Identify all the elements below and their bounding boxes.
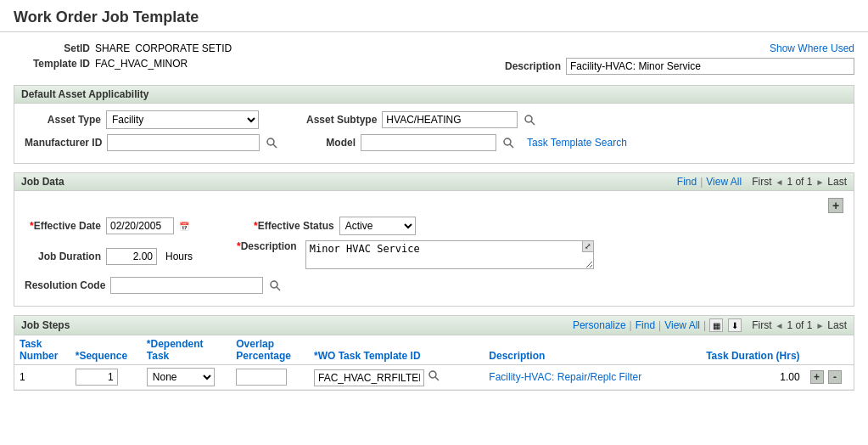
resolution-code-label: Resolution Code	[25, 279, 105, 291]
job-data-view-all-link[interactable]: View All	[706, 176, 742, 188]
steps-next-arrow[interactable]: ►	[815, 321, 824, 330]
svg-point-4	[504, 138, 511, 145]
resolution-code-input[interactable]	[110, 277, 263, 294]
dependent-task-select[interactable]: None Previous	[147, 368, 215, 386]
job-duration-input[interactable]	[106, 248, 157, 265]
default-asset-header: Default Asset Applicability	[14, 86, 854, 104]
job-description-textarea[interactable]: Minor HVAC Service	[305, 240, 594, 269]
content-area: SetID SHARE CORPORATE SETID Template ID …	[0, 32, 868, 406]
page-title: Work Order Job Template	[14, 8, 199, 25]
model-input[interactable]	[361, 134, 496, 151]
dependent-task-cell: None Previous	[142, 365, 231, 390]
col-header-actions	[805, 335, 854, 365]
asset-type-group: Asset Type Facility Equipment Other	[25, 110, 259, 129]
task-number-cell: 1	[14, 365, 70, 390]
meta-left: SetID SHARE CORPORATE SETID Template ID …	[14, 42, 232, 70]
col-header-task-number: TaskNumber	[14, 335, 70, 365]
effective-date-label: Effective Date	[25, 220, 101, 232]
resolution-code-search-icon[interactable]	[268, 279, 282, 292]
description-expand-icon[interactable]: ⤢	[582, 240, 594, 252]
svg-line-1	[531, 121, 535, 125]
job-data-add-button[interactable]: +	[828, 198, 843, 213]
job-steps-title: Job Steps	[21, 319, 70, 331]
row-actions-cell: + -	[805, 365, 854, 390]
job-duration-unit: Hours	[165, 251, 193, 262]
template-id-row: Template ID FAC_HVAC_MINOR	[14, 58, 232, 70]
job-steps-header: Job Steps Personalize | Find | View All …	[14, 316, 854, 335]
effective-status-label: Effective Status	[254, 220, 334, 232]
col-header-wo-task-template: *WO Task Template ID	[309, 335, 484, 365]
overlap-input[interactable]	[236, 369, 287, 386]
asset-subtype-input[interactable]	[382, 111, 518, 128]
svg-point-8	[429, 371, 436, 378]
svg-line-9	[435, 377, 439, 380]
model-search-icon[interactable]	[501, 136, 515, 149]
job-data-next-arrow[interactable]: ►	[815, 177, 824, 187]
job-data-header: Job Data Find | View All First ◄ 1 of 1 …	[14, 173, 854, 191]
row-add-button[interactable]: +	[810, 370, 824, 384]
page-container: Work Order Job Template SetID SHARE CORP…	[0, 0, 868, 445]
manufacturer-row: Manufacturer ID Model	[25, 134, 843, 151]
job-steps-table-container: TaskNumber *Sequence *DependentTask Over…	[14, 335, 854, 390]
job-description-label: Description	[237, 240, 297, 252]
effective-date-input[interactable]	[106, 217, 174, 234]
task-template-search-link[interactable]: Task Template Search	[527, 137, 627, 149]
description-input[interactable]	[566, 58, 854, 75]
page-header: Work Order Job Template	[0, 0, 868, 32]
job-data-title: Job Data	[21, 176, 64, 188]
manufacturer-search-icon[interactable]	[265, 136, 278, 149]
sequence-input[interactable]	[76, 369, 118, 386]
job-data-prev-arrow[interactable]: ◄	[775, 177, 783, 187]
job-data-nav-info: 1 of 1	[787, 176, 812, 188]
wo-task-template-input[interactable]	[314, 369, 424, 386]
wo-task-template-search-icon[interactable]	[427, 369, 440, 382]
job-data-body: + Effective Date 📅 Effective Status Acti…	[14, 191, 854, 306]
effective-status-group: Effective Status Active Inactive	[254, 217, 416, 235]
manufacturer-label: Manufacturer ID	[25, 137, 102, 149]
task-duration-cell: 1.00	[698, 365, 805, 390]
col-header-task-duration: Task Duration (Hrs)	[698, 335, 805, 365]
job-duration-label: Job Duration	[25, 251, 101, 262]
setid-row: SetID SHARE CORPORATE SETID	[14, 42, 232, 54]
svg-line-3	[273, 144, 277, 148]
wo-task-template-cell	[309, 365, 484, 390]
effective-date-group: Effective Date 📅	[25, 217, 189, 234]
resolution-code-group: Resolution Code	[25, 277, 282, 294]
row-remove-button[interactable]: -	[828, 370, 842, 384]
steps-find-link[interactable]: Find	[636, 319, 655, 331]
effective-date-row: Effective Date 📅 Effective Status Active…	[25, 217, 843, 235]
manufacturer-input[interactable]	[107, 134, 260, 151]
template-id-label: Template ID	[14, 58, 90, 70]
description-row: Description	[505, 58, 854, 75]
task-description-link[interactable]: Facility-HVAC: Repair/Replc Filter	[489, 371, 641, 383]
top-meta: SetID SHARE CORPORATE SETID Template ID …	[14, 39, 854, 78]
job-data-find-link[interactable]: Find	[677, 176, 697, 188]
steps-view-all-link[interactable]: View All	[664, 319, 700, 331]
steps-prev-arrow[interactable]: ◄	[775, 321, 783, 330]
show-where-used-link[interactable]: Show Where Used	[770, 42, 854, 54]
effective-status-select[interactable]: Active Inactive	[339, 217, 416, 235]
asset-subtype-group: Asset Subtype	[306, 111, 536, 128]
steps-nav-info: 1 of 1	[787, 319, 812, 331]
job-steps-table: TaskNumber *Sequence *DependentTask Over…	[14, 335, 854, 390]
steps-download-icon[interactable]: ⬇	[728, 318, 742, 332]
job-steps-panel: Job Steps Personalize | Find | View All …	[14, 315, 854, 391]
col-header-dependent-task: *DependentTask	[142, 335, 231, 365]
overlap-cell	[231, 365, 309, 390]
model-group: Model Task Template Search	[326, 134, 627, 151]
default-asset-body: Asset Type Facility Equipment Other Asse…	[14, 104, 854, 163]
job-data-panel: Job Data Find | View All First ◄ 1 of 1 …	[14, 172, 854, 307]
steps-grid-icon[interactable]: ▦	[709, 318, 723, 332]
asset-subtype-search-icon[interactable]	[523, 113, 536, 127]
calendar-icon[interactable]: 📅	[179, 222, 189, 231]
svg-point-6	[271, 281, 277, 288]
model-label: Model	[326, 137, 356, 149]
table-row: 1 None Previous	[14, 365, 854, 390]
col-header-description: Description	[484, 335, 697, 365]
asset-type-label: Asset Type	[25, 114, 101, 126]
job-description-container: ⤢ Minor HVAC Service	[305, 240, 594, 272]
asset-type-select[interactable]: Facility Equipment Other	[106, 110, 259, 129]
steps-personalize-link[interactable]: Personalize	[573, 319, 626, 331]
resolution-code-row: Resolution Code	[25, 277, 843, 294]
job-steps-nav: Personalize | Find | View All | ▦ ⬇ Firs…	[573, 318, 847, 332]
